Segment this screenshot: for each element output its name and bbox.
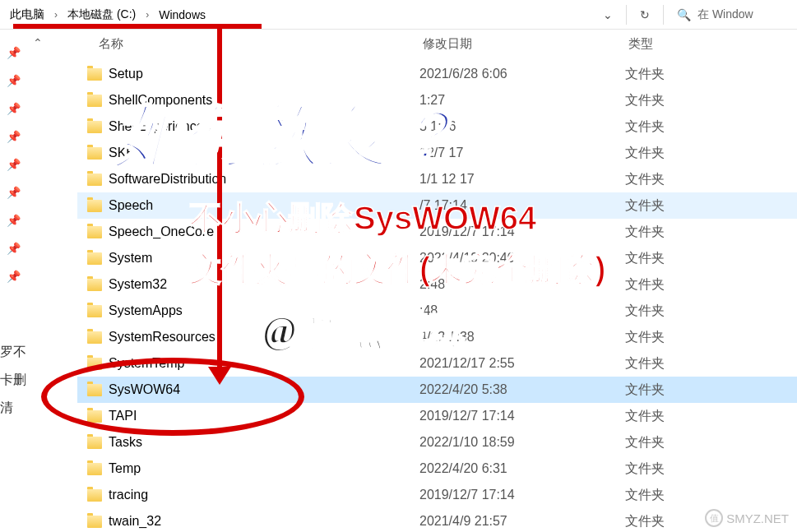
overlay-subtitle-2: 文件夹里的文件(未完全删除) — [189, 247, 606, 292]
table-row[interactable]: TAPI2019/12/7 17:14文件夹 — [77, 403, 797, 429]
file-date: 2022/4/20 6:31 — [419, 461, 625, 476]
folder-icon — [87, 121, 102, 133]
file-name: SystemTemp — [109, 356, 184, 371]
pin-icon: 📌 — [7, 46, 21, 59]
quick-access-pins: 📌 📌 📌 📌 📌 📌 📌 📌 📌 — [0, 30, 26, 532]
overlay-title: 如何恢复？ — [115, 90, 461, 181]
file-type: 文件夹 — [625, 250, 724, 267]
pin-icon: 📌 — [7, 242, 21, 255]
folder-icon — [87, 147, 102, 160]
refresh-button[interactable]: ↻ — [632, 3, 658, 26]
search-placeholder: 在 Window — [697, 7, 753, 22]
folder-icon — [87, 331, 102, 344]
file-type: 文件夹 — [625, 329, 724, 346]
file-name: Speech — [109, 198, 153, 213]
search-icon: 🔍 — [677, 8, 691, 21]
up-folder-button[interactable]: ⌃ — [26, 30, 49, 56]
pin-icon: 📌 — [7, 186, 21, 199]
folder-icon — [87, 384, 102, 396]
file-type: 文件夹 — [625, 92, 724, 109]
file-date: 2019/12/7 17:14 — [419, 409, 625, 423]
file-type: 文件夹 — [625, 460, 724, 478]
file-date: 2022/4/20 5:38 — [419, 382, 625, 397]
file-name: Tasks — [109, 435, 142, 450]
file-date: 2019/12/7 17:14 — [419, 488, 625, 502]
crumb-pc[interactable]: 此电脑 — [5, 5, 49, 25]
file-type: 文件夹 — [625, 303, 724, 320]
history-dropdown[interactable]: ⌄ — [595, 3, 621, 26]
search-box[interactable]: 🔍 在 Window — [669, 7, 792, 22]
table-row[interactable]: SysWOW642022/4/20 5:38文件夹 — [77, 377, 797, 403]
table-row[interactable]: Tasks2022/1/10 18:59文件夹 — [77, 429, 797, 456]
file-name: System — [109, 251, 152, 266]
file-type: 文件夹 — [625, 145, 724, 162]
breadcrumb: 此电脑 › 本地磁盘 (C:) › Windows — [5, 5, 595, 25]
file-name: Temp — [109, 461, 141, 476]
folder-icon — [87, 279, 102, 291]
watermark: 值 SMYZ.NET — [705, 509, 789, 527]
file-type: 文件夹 — [625, 276, 724, 294]
folder-icon — [87, 358, 102, 370]
file-date: 2021/6/28 6:06 — [419, 67, 625, 81]
pin-icon: 📌 — [7, 158, 21, 171]
folder-icon — [87, 252, 102, 265]
header-name[interactable]: 名称 — [77, 36, 423, 52]
file-type: 文件夹 — [625, 355, 724, 372]
crumb-drive[interactable]: 本地磁盘 (C:) — [63, 5, 141, 25]
header-date[interactable]: 修改日期 — [423, 36, 628, 52]
file-name: TAPI — [109, 409, 137, 423]
chevron-right-icon: › — [53, 9, 59, 21]
pin-icon: 📌 — [7, 214, 21, 227]
file-type: 文件夹 — [625, 434, 724, 451]
table-row[interactable]: Setup2021/6/28 6:06文件夹 — [77, 61, 797, 87]
folder-icon — [87, 95, 102, 107]
pin-icon: 📌 — [7, 74, 21, 87]
folder-icon — [87, 200, 102, 212]
folder-icon — [87, 226, 102, 238]
file-type: 文件夹 — [625, 66, 724, 83]
pin-icon: 📌 — [7, 102, 21, 115]
annotation-underline — [13, 24, 262, 29]
overlay-subtitle-1: 不小心删除SysWOW64 — [189, 196, 536, 241]
file-type: 文件夹 — [625, 224, 724, 241]
file-name: SystemApps — [109, 303, 183, 318]
file-date: 2021/4/9 21:57 — [419, 514, 625, 529]
folder-icon — [87, 305, 102, 317]
column-headers: 名称 修改日期 类型 — [77, 30, 797, 61]
chevron-right-icon: › — [144, 9, 151, 21]
overlay-signature: @笔 点酷玩 — [263, 304, 464, 357]
file-name: SystemResources — [109, 330, 215, 345]
pin-icon: 📌 — [7, 270, 21, 283]
file-type: 文件夹 — [625, 197, 724, 215]
file-type: 文件夹 — [625, 171, 724, 188]
folder-icon — [87, 516, 102, 528]
file-name: tracing — [109, 488, 148, 502]
file-type: 文件夹 — [625, 408, 724, 425]
watermark-icon: 值 — [705, 509, 723, 527]
table-row[interactable]: twain_322021/4/9 21:57文件夹 — [77, 508, 797, 532]
folder-icon — [87, 68, 102, 81]
file-type: 文件夹 — [625, 487, 724, 504]
left-cut-text: 罗不 卡删 清 — [0, 344, 26, 428]
file-name: Setup — [109, 67, 143, 81]
file-name: SysWOW64 — [109, 382, 180, 397]
file-name: System32 — [109, 277, 167, 292]
file-name: twain_32 — [109, 514, 161, 529]
watermark-text: SMYZ.NET — [726, 511, 789, 525]
crumb-folder[interactable]: Windows — [154, 6, 211, 24]
file-type: 文件夹 — [625, 118, 724, 136]
table-row[interactable]: tracing2019/12/7 17:14文件夹 — [77, 482, 797, 508]
folder-icon — [87, 463, 102, 475]
header-type[interactable]: 类型 — [628, 36, 727, 52]
file-date: 2022/1/10 18:59 — [419, 435, 625, 450]
table-row[interactable]: Temp2022/4/20 6:31文件夹 — [77, 456, 797, 482]
folder-icon — [87, 410, 102, 423]
folder-icon — [87, 437, 102, 449]
pin-icon: 📌 — [7, 130, 21, 143]
file-date: 2021/12/17 2:55 — [419, 356, 625, 371]
annotation-arrow-head — [208, 367, 231, 385]
folder-icon — [87, 489, 102, 502]
folder-icon — [87, 173, 102, 186]
file-type: 文件夹 — [625, 382, 724, 399]
